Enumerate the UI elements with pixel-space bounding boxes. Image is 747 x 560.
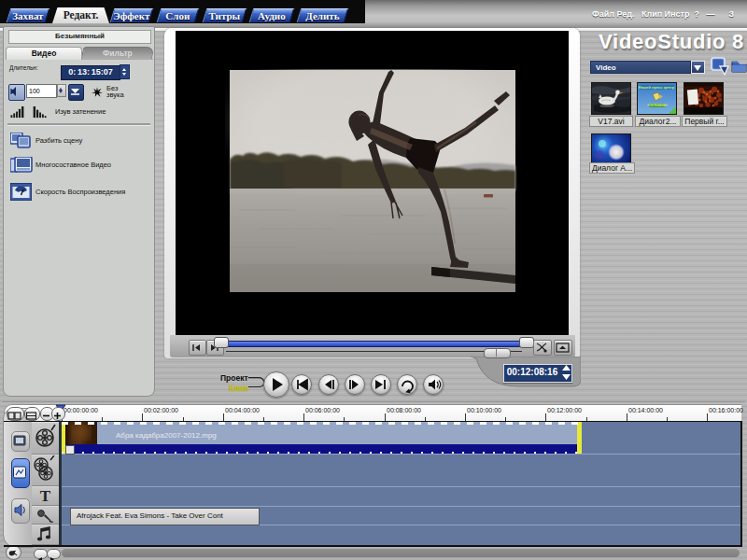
svg-text:Нашей пресс центр: Нашей пресс центр [639, 85, 675, 90]
svg-text:«ПЕРЕМЕНА»: «ПЕРЕМЕНА» [647, 104, 668, 107]
